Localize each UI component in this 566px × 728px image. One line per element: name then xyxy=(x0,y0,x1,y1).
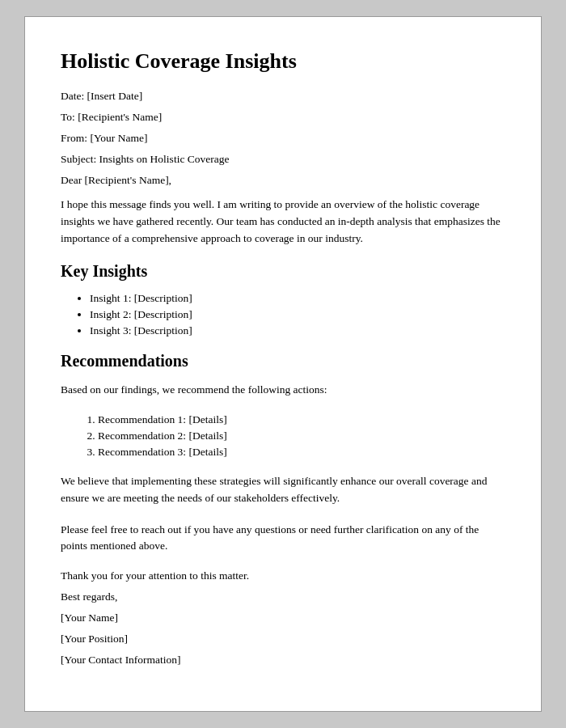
list-item: Insight 3: [Description] xyxy=(90,324,505,337)
to-line: To: [Recipient's Name] xyxy=(61,111,505,124)
list-item: Recommendation 3: [Details] xyxy=(98,446,505,459)
list-item: Recommendation 2: [Details] xyxy=(98,430,505,442)
date-line: Date: [Insert Date] xyxy=(61,90,505,103)
document-page: Holistic Coverage Insights Date: [Insert… xyxy=(24,16,542,712)
document-title: Holistic Coverage Insights xyxy=(61,49,505,74)
from-line: From: [Your Name] xyxy=(61,132,505,145)
key-insights-list: Insight 1: [Description] Insight 2: [Des… xyxy=(90,292,505,337)
recommendations-heading: Recommendations xyxy=(61,352,505,370)
intro-paragraph: I hope this message finds you well. I am… xyxy=(61,197,505,248)
recommendations-list: Recommendation 1: [Details] Recommendati… xyxy=(98,413,505,459)
thank-you-text: Thank you for your attention to this mat… xyxy=(61,569,505,582)
list-item: Insight 2: [Description] xyxy=(90,308,505,321)
reach-out-text: Please feel free to reach out if you hav… xyxy=(61,522,505,556)
list-item: Insight 1: [Description] xyxy=(90,292,505,305)
recommendations-intro: Based on our findings, we recommend the … xyxy=(61,382,505,399)
sender-name: [Your Name] xyxy=(61,612,505,624)
list-item: Recommendation 1: [Details] xyxy=(98,413,505,426)
sender-position: [Your Position] xyxy=(61,633,505,645)
greeting-text: Dear [Recipient's Name], xyxy=(61,174,505,187)
key-insights-heading: Key Insights xyxy=(61,262,505,281)
sender-contact: [Your Contact Information] xyxy=(61,654,505,667)
subject-line: Subject: Insights on Holistic Coverage xyxy=(61,153,505,166)
best-regards-text: Best regards, xyxy=(61,590,505,603)
recommendations-follow-up: We believe that implementing these strat… xyxy=(61,473,505,507)
